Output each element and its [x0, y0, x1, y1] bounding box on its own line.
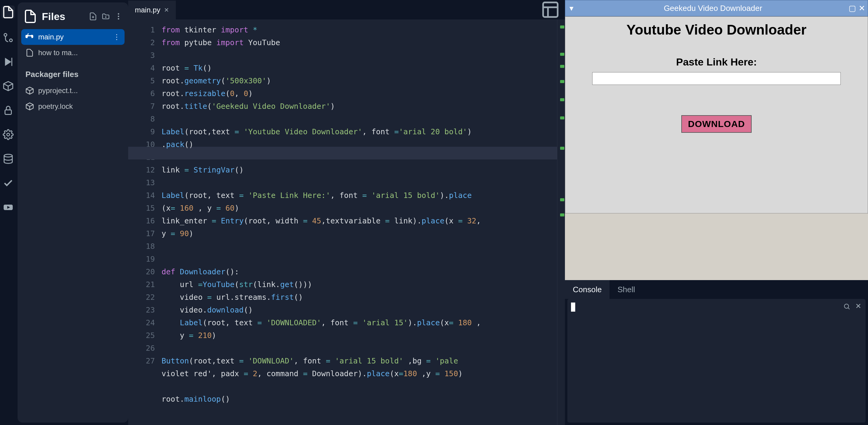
file-type-icon [26, 49, 34, 57]
packager-label: Packager files [21, 61, 125, 83]
doc-icon [23, 9, 38, 24]
output-column: ▾ Geekedu Video Downloader ▢ ✕ Youtube V… [565, 0, 868, 425]
cube-icon [26, 86, 34, 95]
editor-area: main.py ✕ 123456789101112131415161718192… [128, 0, 565, 425]
run-icon[interactable] [3, 56, 13, 67]
vcs-icon[interactable] [3, 32, 13, 43]
app-title: Geekedu Video Downloader [577, 4, 848, 13]
svg-point-1 [10, 39, 12, 42]
tab-main-py[interactable]: main.py ✕ [128, 0, 176, 20]
check-icon[interactable] [3, 178, 13, 188]
svg-point-13 [118, 13, 119, 15]
packager-item[interactable]: poetry.lock [21, 98, 125, 114]
layout-icon[interactable] [541, 0, 565, 20]
file-name: main.py [38, 33, 64, 41]
files-header: Files [21, 7, 125, 29]
packager-item[interactable]: pyproject.t... [21, 83, 125, 98]
new-folder-icon[interactable] [101, 12, 110, 21]
file-type-icon [26, 33, 34, 41]
svg-point-15 [118, 18, 119, 20]
svg-point-14 [118, 16, 119, 17]
svg-rect-3 [11, 58, 12, 66]
line-gutter: 1234567891011121314151617181920212223242… [128, 20, 161, 425]
file-more-icon[interactable]: ⋮ [113, 33, 120, 41]
search-icon[interactable] [843, 302, 850, 311]
code-lines[interactable]: from tkinter import *from pytube import … [161, 20, 557, 425]
console-tabs: Console Shell [565, 280, 868, 299]
svg-point-5 [7, 133, 10, 136]
files-pane: Files main.py⋮how to ma... Packager file… [18, 2, 128, 423]
file-item[interactable]: how to ma... [21, 45, 125, 61]
minimize-icon[interactable]: ▾ [565, 4, 577, 13]
settings-icon[interactable] [3, 129, 13, 140]
files-title: Files [42, 10, 85, 23]
app-body: Youtube Video Downloader Paste Link Here… [565, 17, 868, 213]
new-file-icon[interactable] [89, 12, 97, 21]
cube-icon [26, 102, 34, 111]
app-titlebar[interactable]: ▾ Geekedu Video Downloader ▢ ✕ [565, 0, 868, 17]
svg-rect-16 [543, 2, 558, 17]
video-icon[interactable] [3, 202, 13, 213]
tab-bar: main.py ✕ [128, 0, 565, 20]
close-icon[interactable]: ✕ [164, 6, 169, 13]
package-icon[interactable] [3, 81, 13, 92]
console-output[interactable]: ✕ [567, 299, 866, 423]
svg-rect-4 [5, 110, 11, 115]
download-button[interactable]: DOWNLOAD [681, 115, 752, 133]
minimap[interactable] [557, 20, 565, 425]
app-heading: Youtube Video Downloader [626, 22, 806, 38]
activity-bar [0, 0, 17, 425]
svg-line-20 [848, 308, 849, 309]
svg-point-0 [4, 34, 7, 36]
maximize-icon[interactable]: ▢ [848, 4, 856, 13]
app-window: ▾ Geekedu Video Downloader ▢ ✕ Youtube V… [565, 0, 868, 213]
tab-shell[interactable]: Shell [610, 280, 643, 299]
file-name: poetry.lock [38, 102, 73, 111]
tab-console[interactable]: Console [565, 280, 610, 299]
packager-list: pyproject.t...poetry.lock [21, 83, 125, 114]
link-input[interactable] [592, 72, 841, 85]
svg-marker-2 [5, 58, 11, 66]
files-more-icon[interactable] [114, 12, 123, 21]
code-editor[interactable]: 1234567891011121314151617181920212223242… [128, 20, 565, 425]
close-window-icon[interactable]: ✕ [859, 4, 865, 13]
file-name: how to ma... [38, 49, 78, 57]
app-empty-area [565, 213, 868, 280]
tab-label: main.py [135, 6, 160, 14]
svg-point-19 [844, 304, 848, 308]
file-list: main.py⋮how to ma... [21, 29, 125, 61]
files-icon[interactable] [1, 5, 15, 19]
clear-icon[interactable]: ✕ [855, 302, 861, 311]
database-icon[interactable] [3, 153, 13, 164]
file-name: pyproject.t... [38, 86, 78, 95]
console-area: Console Shell ✕ [565, 280, 868, 425]
secrets-icon[interactable] [3, 105, 13, 116]
file-item[interactable]: main.py⋮ [21, 29, 125, 45]
svg-point-6 [4, 154, 12, 157]
app-sublabel: Paste Link Here: [676, 56, 757, 68]
console-cursor [571, 303, 575, 312]
